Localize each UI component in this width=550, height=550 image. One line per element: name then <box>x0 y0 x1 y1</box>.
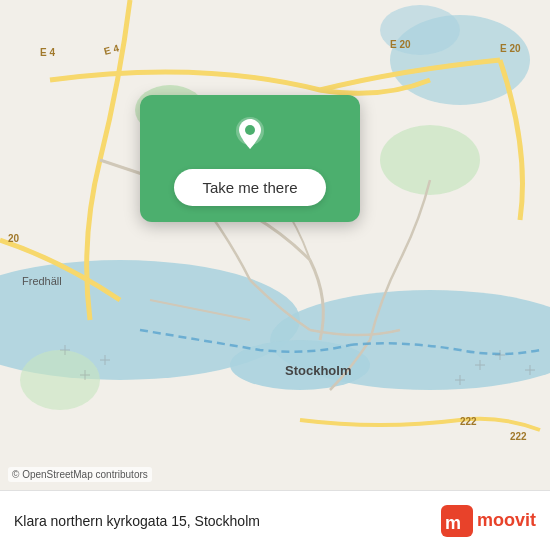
location-pin-icon <box>228 113 272 157</box>
svg-text:E 20: E 20 <box>500 43 521 54</box>
address-label: Klara northern kyrkogata 15, Stockholm <box>14 513 260 529</box>
svg-text:m: m <box>445 513 461 533</box>
svg-text:222: 222 <box>510 431 527 442</box>
map-container: E 4 E 20 E 20 E 4 20 222 222 Stockholm F… <box>0 0 550 490</box>
map-attribution: © OpenStreetMap contributors <box>8 467 152 482</box>
svg-text:E 4: E 4 <box>40 47 55 58</box>
map-svg: E 4 E 20 E 20 E 4 20 222 222 Stockholm F… <box>0 0 550 490</box>
svg-text:20: 20 <box>8 233 20 244</box>
svg-text:Fredhäll: Fredhäll <box>22 275 62 287</box>
moovit-text: moovit <box>477 510 536 531</box>
svg-text:222: 222 <box>460 416 477 427</box>
moovit-icon: m <box>441 505 473 537</box>
bottom-bar: Klara northern kyrkogata 15, Stockholm m… <box>0 490 550 550</box>
location-card: Take me there <box>140 95 360 222</box>
moovit-logo: m moovit <box>441 505 536 537</box>
svg-text:Stockholm: Stockholm <box>285 363 351 378</box>
take-me-there-button[interactable]: Take me there <box>174 169 325 206</box>
svg-point-9 <box>20 350 100 410</box>
svg-point-34 <box>245 125 255 135</box>
svg-text:E 20: E 20 <box>390 39 411 50</box>
